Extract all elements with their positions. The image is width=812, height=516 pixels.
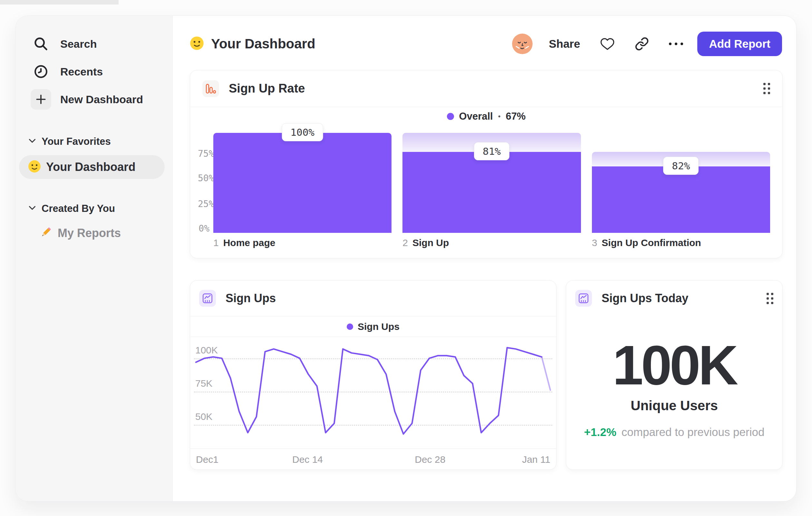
sign-up-rate-card: Sign Up Rate Overall • 67% 75% 50% 25% 0… (190, 70, 783, 258)
share-button[interactable]: Share (549, 37, 580, 50)
section-title: Created By You (41, 203, 115, 214)
sidebar-item-new-dashboard[interactable]: New Dashboard (16, 85, 172, 113)
smiley-emoji-icon (28, 160, 41, 174)
more-options-button[interactable] (669, 43, 683, 45)
sidebar-item-label: Recents (60, 65, 103, 78)
funnel-bars: 100% 81% 82% (213, 133, 770, 233)
metric-delta-row: +1.2% compared to previous period (566, 426, 782, 439)
pencil-emoji-icon (39, 226, 53, 241)
funnel-step-label: 1 Home page (213, 237, 392, 248)
step-name: Sign Up (412, 237, 449, 248)
funnel-value-label: 81% (474, 142, 510, 160)
delta-context: compared to previous period (621, 426, 765, 439)
chevron-down-icon (29, 206, 36, 212)
legend-label: Overall (459, 111, 493, 122)
main-content: Your Dashboard Share Add Report (173, 16, 796, 501)
section-title: Your Favorites (41, 136, 111, 147)
sidebar-item-your-dashboard[interactable]: Your Dashboard (19, 155, 165, 179)
screen-edge-strip (0, 0, 119, 4)
sidebar-item-recents[interactable]: Recents (16, 58, 172, 85)
sidebar: Search Recents New Dashboard Your Favori… (16, 16, 173, 501)
line-series (194, 337, 552, 449)
x-axis-tick: Jan 11 (522, 454, 550, 465)
card-header: Sign Ups Today (566, 280, 782, 316)
line-plot: 100K 75K 50K (194, 337, 552, 449)
line-legend[interactable]: Sign Ups (190, 316, 556, 337)
legend-label: Sign Ups (358, 321, 400, 332)
step-number: 3 (592, 237, 598, 248)
y-axis-tick: 0% (198, 223, 209, 234)
funnel-bar-home-page[interactable]: 100% (213, 133, 392, 233)
sidebar-section-created-by-you[interactable]: Created By You (29, 200, 172, 218)
step-name: Home page (223, 237, 276, 248)
sidebar-item-label: Your Dashboard (46, 160, 135, 174)
sidebar-item-my-reports[interactable]: My Reports (39, 223, 165, 243)
funnel-x-axis: 1 Home page 2 Sign Up 3 Sign Up Confirma… (213, 237, 770, 248)
header-actions: Share Add Report (512, 32, 782, 56)
card-title: Sign Up Rate (229, 82, 305, 96)
delta-value: +1.2% (584, 426, 616, 439)
metric-label: Unique Users (566, 398, 782, 413)
funnel-value-label: 100% (282, 123, 323, 141)
funnel-converted-segment (592, 166, 770, 233)
chevron-down-icon (29, 139, 36, 144)
page-title: Your Dashboard (211, 36, 315, 52)
funnel-value-label: 82% (663, 157, 699, 175)
metric-value: 100K (566, 337, 782, 393)
sidebar-section-your-favorites[interactable]: Your Favorites (29, 133, 172, 151)
funnel-bar-sign-up-confirmation[interactable]: 82% (592, 133, 770, 233)
sidebar-item-label: New Dashboard (60, 93, 143, 106)
card-header: Sign Ups (190, 280, 556, 316)
avatar[interactable] (512, 33, 533, 54)
legend-value: 67% (505, 111, 526, 122)
favorite-heart-button[interactable] (600, 37, 615, 51)
step-number: 2 (402, 237, 408, 248)
card-title: Sign Ups (226, 292, 276, 305)
sidebar-item-label: Search (60, 38, 97, 50)
sidebar-item-label: My Reports (58, 226, 121, 240)
step-number: 1 (213, 237, 219, 248)
ellipsis-icon (669, 43, 683, 45)
y-axis-tick: 50% (198, 173, 209, 184)
legend-separator: • (498, 112, 501, 120)
y-axis-tick: 25% (198, 199, 209, 210)
card-header: Sign Up Rate (190, 70, 782, 107)
sign-ups-today-card: Sign Ups Today 100K Unique Users +1.2% c… (566, 280, 783, 470)
funnel-step-label: 3 Sign Up Confirmation (592, 237, 770, 248)
line-chart-icon (575, 290, 592, 307)
legend-dot-icon (447, 113, 454, 120)
legend-dot-icon (347, 323, 353, 330)
add-report-button[interactable]: Add Report (697, 32, 782, 56)
x-axis-tick: Dec1 (196, 454, 219, 465)
y-axis-tick: 75% (198, 148, 209, 159)
card-title: Sign Ups Today (602, 292, 688, 305)
drag-handle-icon[interactable] (763, 83, 770, 94)
funnel-plot: 75% 50% 25% 0% 100% 81% (198, 133, 770, 233)
funnel-bar-sign-up[interactable]: 81% (402, 133, 581, 233)
funnel-converted-segment (213, 133, 392, 233)
funnel-step-label: 2 Sign Up (402, 237, 581, 248)
sign-ups-card: Sign Ups Sign Ups 100K 75K 50K (190, 280, 556, 470)
x-axis-tick: Dec 28 (415, 454, 445, 465)
search-icon (31, 33, 51, 54)
page-title-group: Your Dashboard (190, 36, 315, 52)
app-window: Search Recents New Dashboard Your Favori… (16, 16, 796, 501)
drag-handle-icon[interactable] (766, 293, 773, 304)
line-x-axis: Dec1 Dec 14 Dec 28 Jan 11 (194, 449, 552, 470)
smiley-emoji-icon (190, 36, 204, 52)
x-axis-tick: Dec 14 (292, 454, 323, 465)
plus-icon (31, 89, 51, 110)
bar-chart-icon (202, 80, 219, 97)
funnel-converted-segment (402, 152, 581, 233)
copy-link-button[interactable] (635, 37, 649, 51)
step-name: Sign Up Confirmation (602, 237, 701, 248)
clock-icon (31, 61, 51, 82)
page-header: Your Dashboard Share Add Report (173, 16, 796, 54)
funnel-legend[interactable]: Overall • 67% (190, 107, 782, 126)
sidebar-item-search[interactable]: Search (16, 30, 172, 58)
line-chart-icon (199, 290, 216, 307)
